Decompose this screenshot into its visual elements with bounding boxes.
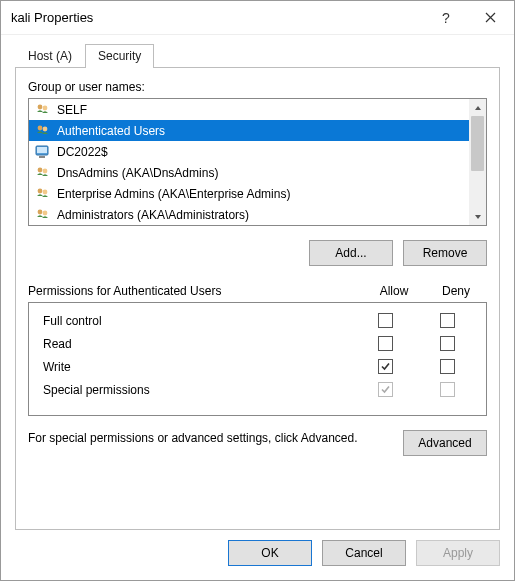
close-button[interactable]	[468, 3, 512, 33]
scroll-thumb[interactable]	[471, 116, 484, 171]
list-item-label: SELF	[57, 103, 87, 117]
permission-row: Special permissions	[43, 378, 478, 401]
svg-point-2	[38, 125, 43, 130]
svg-point-9	[38, 188, 43, 193]
help-button[interactable]: ?	[424, 3, 468, 33]
allow-checkbox[interactable]	[378, 359, 393, 374]
svg-point-0	[38, 104, 43, 109]
cancel-button[interactable]: Cancel	[322, 540, 406, 566]
list-item-label: DnsAdmins (AKA\DnsAdmins)	[57, 166, 218, 180]
deny-column-header: Deny	[425, 284, 487, 298]
user-group-icon	[33, 123, 53, 139]
scrollbar[interactable]	[469, 99, 486, 225]
apply-button[interactable]: Apply	[416, 540, 500, 566]
svg-point-1	[43, 105, 48, 110]
allow-checkbox[interactable]	[378, 313, 393, 328]
tab-strip: Host (A) Security	[1, 35, 514, 67]
user-group-icon	[33, 102, 53, 118]
advanced-button[interactable]: Advanced	[403, 430, 487, 456]
allow-column-header: Allow	[363, 284, 425, 298]
deny-checkbox[interactable]	[440, 359, 455, 374]
svg-point-8	[43, 168, 48, 173]
user-group-icon	[33, 207, 53, 223]
add-button[interactable]: Add...	[309, 240, 393, 266]
security-panel: Group or user names: SELFAuthenticated U…	[15, 67, 500, 530]
svg-point-11	[38, 209, 43, 214]
list-item-label: Enterprise Admins (AKA\Enterprise Admins…	[57, 187, 290, 201]
scroll-up-icon[interactable]	[469, 99, 486, 116]
list-item[interactable]: Enterprise Admins (AKA\Enterprise Admins…	[29, 183, 469, 204]
allow-checkbox	[378, 382, 393, 397]
permission-name: Full control	[43, 314, 354, 328]
dialog-buttons: OK Cancel Apply	[1, 540, 514, 580]
advanced-note: For special permissions or advanced sett…	[28, 430, 393, 446]
user-group-icon	[33, 186, 53, 202]
svg-point-7	[38, 167, 43, 172]
list-item[interactable]: Authenticated Users	[29, 120, 469, 141]
list-item[interactable]: DC2022$	[29, 141, 469, 162]
permissions-title: Permissions for Authenticated Users	[28, 284, 363, 298]
deny-checkbox[interactable]	[440, 336, 455, 351]
list-item-label: Authenticated Users	[57, 124, 165, 138]
permission-row: Write	[43, 355, 478, 378]
allow-checkbox[interactable]	[378, 336, 393, 351]
computer-icon	[33, 144, 53, 160]
window-title: kali Properties	[11, 10, 424, 25]
svg-point-3	[43, 126, 48, 131]
tab-security[interactable]: Security	[85, 44, 154, 68]
list-item[interactable]: DnsAdmins (AKA\DnsAdmins)	[29, 162, 469, 183]
titlebar: kali Properties ?	[1, 1, 514, 35]
permission-row: Read	[43, 332, 478, 355]
list-item-label: Administrators (AKA\Administrators)	[57, 208, 249, 222]
permission-row: Full control	[43, 309, 478, 332]
scroll-track[interactable]	[469, 116, 486, 208]
properties-dialog: kali Properties ? Host (A) Security Grou…	[0, 0, 515, 581]
deny-checkbox[interactable]	[440, 313, 455, 328]
user-buttons: Add... Remove	[28, 240, 487, 266]
svg-point-12	[43, 210, 48, 215]
permissions-box: Full controlReadWriteSpecial permissions	[28, 302, 487, 416]
user-listbox[interactable]: SELFAuthenticated UsersDC2022$DnsAdmins …	[28, 98, 487, 226]
list-item-label: DC2022$	[57, 145, 108, 159]
permissions-header: Permissions for Authenticated Users Allo…	[28, 284, 487, 298]
group-label: Group or user names:	[28, 80, 487, 94]
svg-point-10	[43, 189, 48, 194]
permission-name: Write	[43, 360, 354, 374]
user-group-icon	[33, 165, 53, 181]
remove-button[interactable]: Remove	[403, 240, 487, 266]
close-icon	[485, 12, 496, 23]
ok-button[interactable]: OK	[228, 540, 312, 566]
list-item[interactable]: Administrators (AKA\Administrators)	[29, 204, 469, 225]
scroll-down-icon[interactable]	[469, 208, 486, 225]
list-item[interactable]: SELF	[29, 99, 469, 120]
tab-host[interactable]: Host (A)	[15, 44, 85, 68]
permission-name: Read	[43, 337, 354, 351]
svg-rect-5	[37, 147, 47, 153]
svg-rect-6	[39, 156, 45, 158]
advanced-footer: For special permissions or advanced sett…	[28, 430, 487, 456]
permission-name: Special permissions	[43, 383, 354, 397]
deny-checkbox	[440, 382, 455, 397]
